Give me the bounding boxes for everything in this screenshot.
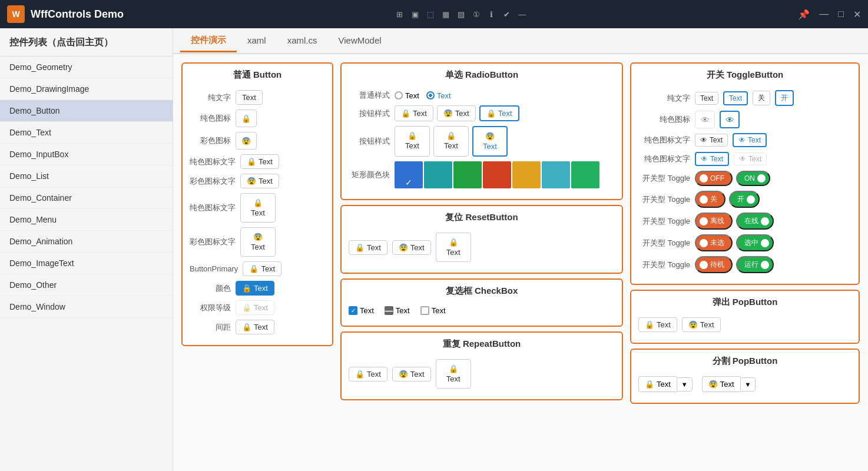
- color-block-blue[interactable]: [395, 161, 423, 188]
- toggle-off-5[interactable]: 待机: [695, 256, 733, 273]
- color-block-cyan[interactable]: [542, 161, 570, 188]
- sidebar-item-menu[interactable]: Demo_Menu: [0, 209, 173, 231]
- toggle-off-4[interactable]: 未选: [695, 234, 733, 251]
- radio-btn-2a[interactable]: 🔒 Text: [395, 126, 430, 157]
- radio-btn-1a[interactable]: 🔒 Text: [395, 105, 433, 121]
- btn-primary[interactable]: 🔒 Text: [243, 261, 281, 276]
- radio-btn-2b[interactable]: 🔒 Text: [433, 126, 469, 157]
- btn-pure-text[interactable]: Text: [236, 90, 263, 105]
- row-toggle-text: 纯文字 Text Text 关 开: [638, 90, 852, 106]
- color-block-yellow[interactable]: [512, 161, 541, 188]
- radio-checked[interactable]: Text: [426, 91, 451, 100]
- toggle-itext-2[interactable]: 👁 Text: [733, 133, 767, 147]
- sidebar-item-geometry[interactable]: Demo_Geometry: [0, 57, 173, 78]
- toolbar-icon-8[interactable]: ✔: [501, 10, 513, 19]
- toggle-on-1[interactable]: ON: [736, 171, 770, 186]
- lock-icon-color: 🔒: [242, 284, 251, 293]
- radio-btn-1b[interactable]: 😨 Text: [437, 105, 476, 121]
- pop-btn-2[interactable]: 😨 Text: [682, 317, 721, 332]
- toolbar-icon-9[interactable]: —: [516, 10, 528, 19]
- sidebar-item-window[interactable]: Demo_Window: [0, 296, 173, 318]
- toggle-itext-1[interactable]: 👁 Text: [695, 134, 728, 147]
- toggle-icon-on[interactable]: 👁: [720, 111, 740, 128]
- btn-solid-icon-text-large[interactable]: 🔒 Text: [240, 193, 276, 223]
- sidebar-item-drawingimage[interactable]: Demo_DrawingImage: [0, 78, 173, 100]
- sidebar-item-other[interactable]: Demo_Other: [0, 274, 173, 296]
- label-toggle-text: 纯文字: [638, 93, 690, 104]
- radio-btn-1c[interactable]: 🔒 Text: [479, 105, 519, 121]
- toggle-text-2[interactable]: Text: [723, 91, 748, 105]
- pop-btn-1[interactable]: 🔒 Text: [638, 317, 677, 332]
- toggle-on-2[interactable]: 开: [729, 191, 760, 208]
- maximize-button[interactable]: □: [838, 9, 844, 19]
- toggle-on-4[interactable]: 选中: [736, 234, 774, 251]
- radio-unchecked[interactable]: Text: [395, 91, 419, 100]
- label-pure-text: 纯文字: [190, 92, 231, 103]
- toggle-off-3[interactable]: 离线: [695, 213, 733, 230]
- toolbar-icon-5[interactable]: ▧: [455, 10, 467, 19]
- toggle-on-5[interactable]: 运行: [736, 256, 774, 273]
- toggle-text-1[interactable]: Text: [695, 92, 718, 105]
- toolbar-icon-2[interactable]: ▣: [409, 10, 421, 19]
- close-button[interactable]: ✕: [853, 9, 861, 20]
- radio-btn-group-1: 🔒 Text 😨 Text 🔒 Text: [395, 105, 519, 121]
- split-main-1[interactable]: 🔒 Text: [638, 376, 677, 392]
- sidebar-item-animation[interactable]: Demo_Animation: [0, 231, 173, 253]
- toggle-icon-off[interactable]: 👁: [695, 111, 715, 128]
- toolbar-icon-1[interactable]: ⊞: [394, 10, 406, 19]
- repeat-btn-1[interactable]: 🔒 Text: [349, 367, 387, 382]
- btn-spacing[interactable]: 🔒 Text: [236, 320, 274, 334]
- btn-color-icon-text[interactable]: 😨 Text: [240, 174, 279, 188]
- toolbar-icon-7[interactable]: ℹ: [486, 10, 498, 19]
- title-bar: W WffControls Demo ⊞ ▣ ⬚ ▦ ▧ ① ℹ ✔ — 📌 —…: [0, 0, 868, 28]
- btn-permission[interactable]: 🔒 Text: [236, 300, 274, 315]
- toolbar-icon-4[interactable]: ▦: [440, 10, 452, 19]
- sidebar-item-container[interactable]: Demo_Container: [0, 187, 173, 209]
- toggle-off-btn[interactable]: 关: [753, 91, 770, 105]
- reset-btn-3[interactable]: 🔒 Text: [436, 233, 471, 262]
- toggle-off-2[interactable]: 关: [695, 191, 725, 208]
- split-arrow-1[interactable]: ▼: [677, 377, 693, 392]
- color-block-red[interactable]: [483, 161, 511, 188]
- toolbar-icon-3[interactable]: ⬚: [425, 10, 436, 19]
- split-main-2[interactable]: 😨 Text: [702, 376, 740, 392]
- button-panel: 普通 Button 纯文字 Text 纯色图标 🔒 彩色图标 😨: [181, 62, 333, 346]
- toggle-on-btn[interactable]: 开: [775, 90, 794, 106]
- btn-solid-icon-text[interactable]: 🔒 Text: [240, 154, 279, 169]
- checkbox-unchecked[interactable]: Text: [420, 306, 446, 315]
- reset-btn-2[interactable]: 😨 Text: [392, 240, 431, 255]
- checkbox-text-2: Text: [396, 306, 410, 315]
- sidebar-item-list[interactable]: Demo_List: [0, 165, 173, 187]
- sidebar-item-text[interactable]: Demo_Text: [0, 122, 173, 144]
- repeat-btn-2[interactable]: 😨 Text: [392, 367, 431, 382]
- toolbar-icon-6[interactable]: ①: [471, 10, 482, 19]
- reset-btn-1[interactable]: 🔒 Text: [349, 240, 387, 255]
- tab-viewmodel[interactable]: ViewModel: [328, 31, 392, 52]
- color-block-emerald[interactable]: [571, 161, 599, 188]
- toggle-off-1[interactable]: OFF: [695, 171, 733, 186]
- repeat-btn-3[interactable]: 🔒 Text: [436, 359, 471, 389]
- toggle-on-3[interactable]: 在线: [736, 213, 774, 230]
- toggle-panel: 开关 ToggleButton 纯文字 Text Text 关 开 纯色图标 👁…: [630, 62, 860, 285]
- sidebar-item-imagetext[interactable]: Demo_ImageText: [0, 253, 173, 274]
- btn-color[interactable]: 🔒 Text: [236, 281, 274, 296]
- sidebar-item-inputbox[interactable]: Demo_InputBox: [0, 144, 173, 165]
- btn-color-icon[interactable]: 😨: [236, 132, 257, 150]
- color-block-teal[interactable]: [424, 161, 452, 188]
- radio-btn-2c[interactable]: 😨 Text: [472, 126, 508, 157]
- checkbox-indeterminate[interactable]: — Text: [385, 306, 410, 315]
- pin-button[interactable]: 📌: [798, 9, 810, 20]
- split-arrow-2[interactable]: ▼: [740, 377, 756, 392]
- color-block-green[interactable]: [453, 161, 482, 188]
- tab-xaml[interactable]: xaml: [237, 31, 277, 52]
- toggle-itext-extra-1[interactable]: 👁 Text: [695, 152, 729, 166]
- btn-solid-icon[interactable]: 🔒: [236, 110, 257, 127]
- tab-demo[interactable]: 控件演示: [180, 30, 237, 52]
- tab-xaml-cs[interactable]: xaml.cs: [277, 31, 328, 52]
- sidebar-item-button[interactable]: Demo_Button: [0, 100, 173, 122]
- checkbox-checked[interactable]: ✓ Text: [349, 306, 374, 315]
- sidebar-title[interactable]: 控件列表（点击回主页）: [0, 28, 173, 57]
- minimize-button[interactable]: —: [819, 9, 829, 19]
- row-toggle-icon: 纯色图标 👁 👁: [638, 111, 852, 128]
- btn-color-icon-text-large[interactable]: 😨 Text: [240, 227, 276, 257]
